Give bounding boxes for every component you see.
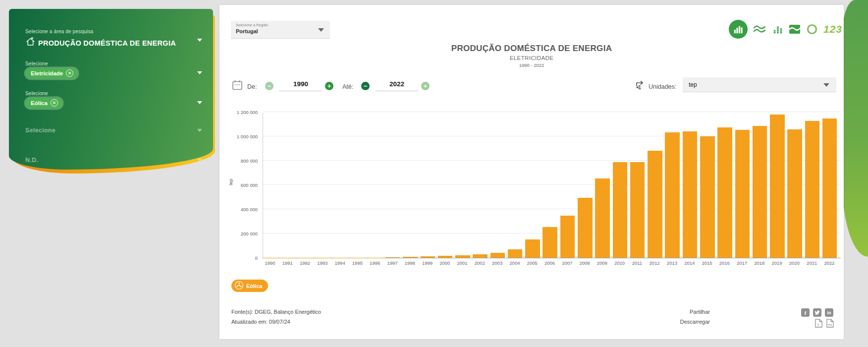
filter2-chip[interactable]: Eólica ✕ bbox=[25, 98, 62, 109]
numeric-table-icon[interactable]: 123 bbox=[823, 23, 842, 35]
bar-2019[interactable] bbox=[770, 115, 785, 258]
x-tick-label: 2002 bbox=[471, 260, 488, 266]
area-chart-icon[interactable] bbox=[789, 24, 801, 35]
excel-file-icon[interactable]: x bbox=[815, 319, 822, 330]
decrement-from-year-button[interactable]: − bbox=[265, 82, 273, 90]
bar-2008[interactable] bbox=[578, 198, 593, 258]
unit-conversion-icon: 1 bbox=[635, 79, 646, 93]
x-tick-label: 2020 bbox=[785, 260, 803, 266]
bar-2000[interactable] bbox=[438, 256, 453, 258]
bar-2007[interactable] bbox=[560, 216, 575, 258]
x-tick-label: 2000 bbox=[436, 260, 454, 266]
area-select-value: PRODUÇÃO DOMÉSTICA DE ENERGIA bbox=[38, 39, 176, 47]
from-year-input[interactable] bbox=[279, 77, 323, 91]
filter4-label: N.D. bbox=[25, 157, 38, 164]
remove-filter-icon[interactable]: ✕ bbox=[51, 99, 58, 107]
x-tick-label: 1994 bbox=[331, 260, 349, 266]
period-range: 1990 - 2022 bbox=[219, 62, 844, 68]
date-to-label: Até: bbox=[342, 83, 353, 90]
line-chart-icon[interactable] bbox=[753, 23, 767, 35]
x-tick-label: 2016 bbox=[715, 260, 733, 266]
twitter-icon[interactable] bbox=[813, 308, 821, 317]
chevron-down-icon[interactable] bbox=[197, 39, 202, 42]
pdf-file-icon[interactable] bbox=[826, 319, 834, 330]
chevron-down-icon[interactable] bbox=[197, 159, 202, 162]
donut-chart-icon[interactable] bbox=[806, 23, 818, 35]
region-selector[interactable]: Selecione a Região Portugal bbox=[231, 21, 330, 39]
bar-1999[interactable] bbox=[421, 256, 435, 258]
wind-turbine-icon bbox=[234, 281, 244, 291]
x-tick-label: 2005 bbox=[523, 260, 541, 266]
house-icon bbox=[25, 37, 36, 49]
bar-1998[interactable] bbox=[403, 257, 418, 258]
bar-2002[interactable] bbox=[473, 254, 488, 258]
bar-2013[interactable] bbox=[665, 132, 680, 258]
column-chart-icon[interactable] bbox=[772, 24, 783, 35]
area-select-label: Selecione a área de pesquisa bbox=[25, 29, 93, 34]
decrement-to-year-button[interactable]: − bbox=[361, 82, 370, 90]
remove-filter-icon[interactable]: ✕ bbox=[66, 69, 73, 77]
x-tick-label: 2009 bbox=[593, 260, 611, 266]
share-download-labels: Partilhar Descarregar bbox=[641, 309, 710, 329]
main-panel: Selecione a Região Portugal bbox=[219, 5, 844, 339]
chevron-down-icon[interactable] bbox=[197, 129, 202, 132]
bar-1997[interactable] bbox=[385, 257, 400, 258]
bar-2016[interactable] bbox=[717, 127, 732, 258]
facebook-icon[interactable]: f bbox=[801, 308, 810, 317]
units-selector[interactable]: tep bbox=[683, 77, 836, 92]
bar-2015[interactable] bbox=[700, 136, 715, 258]
calendar-icon bbox=[232, 79, 243, 93]
bar-2003[interactable] bbox=[490, 253, 505, 258]
bar-2018[interactable] bbox=[753, 126, 767, 258]
increment-to-year-button[interactable]: + bbox=[421, 82, 430, 90]
increment-from-year-button[interactable]: + bbox=[325, 82, 333, 90]
bar-2022[interactable] bbox=[822, 118, 837, 258]
bar-2011[interactable] bbox=[630, 162, 645, 258]
linkedin-icon[interactable]: in bbox=[825, 308, 833, 317]
download-label[interactable]: Descarregar bbox=[641, 319, 710, 325]
x-tick-label: 2022 bbox=[820, 260, 838, 266]
x-tick-label: 2013 bbox=[663, 260, 681, 266]
bar-chart-icon[interactable] bbox=[729, 20, 748, 39]
bar-2004[interactable] bbox=[508, 249, 523, 258]
x-tick-label: 1993 bbox=[314, 260, 331, 266]
chevron-down-icon[interactable] bbox=[197, 71, 202, 74]
filter1-chip[interactable]: Eletricidade ✕ bbox=[25, 68, 78, 79]
bar-2021[interactable] bbox=[805, 121, 820, 258]
x-tick-label: 2006 bbox=[541, 260, 558, 266]
bar-2014[interactable] bbox=[683, 131, 698, 258]
share-label[interactable]: Partilhar bbox=[641, 309, 710, 315]
x-tick-label: 1996 bbox=[366, 260, 384, 266]
chevron-down-icon[interactable] bbox=[197, 101, 202, 104]
bar-2009[interactable] bbox=[595, 178, 610, 258]
bar-2010[interactable] bbox=[613, 162, 628, 258]
to-year-input[interactable] bbox=[375, 77, 419, 91]
x-tick-label: 1990 bbox=[261, 260, 279, 266]
updated-text: Atualizado em: 09/07/24 bbox=[231, 319, 321, 325]
bar-2006[interactable] bbox=[542, 227, 557, 258]
y-tick-label: 1 200 000 bbox=[237, 110, 258, 115]
x-tick-label: 2003 bbox=[488, 260, 506, 266]
area-select-dropdown[interactable]: PRODUÇÃO DOMÉSTICA DE ENERGIA bbox=[25, 37, 176, 49]
chevron-down-icon bbox=[318, 28, 324, 32]
x-tick-label: 1995 bbox=[348, 260, 366, 266]
bar-2017[interactable] bbox=[735, 130, 750, 258]
x-tick-label: 2008 bbox=[576, 260, 594, 266]
x-tick-label: 2007 bbox=[558, 260, 576, 266]
x-tick-label: 2015 bbox=[698, 260, 716, 266]
bar-2020[interactable] bbox=[787, 129, 802, 258]
x-tick-label: 2004 bbox=[506, 260, 524, 266]
svg-text:1: 1 bbox=[638, 84, 641, 90]
bar-2012[interactable] bbox=[648, 151, 662, 258]
page-title: PRODUÇÃO DOMÉSTICA DE ENERGIA bbox=[219, 44, 844, 54]
x-tick-label: 2021 bbox=[803, 260, 821, 266]
legend-series-eolica[interactable]: Eólica bbox=[231, 280, 268, 292]
filter3-label: Selecione bbox=[25, 127, 55, 134]
bar-2005[interactable] bbox=[525, 239, 540, 258]
y-tick-label: 1 000 000 bbox=[237, 134, 258, 139]
gridline bbox=[263, 112, 841, 112]
bar-2001[interactable] bbox=[455, 255, 470, 258]
x-tick-label: 1998 bbox=[401, 260, 419, 266]
x-tick-label: 2014 bbox=[681, 260, 699, 266]
x-tick-label: 2001 bbox=[453, 260, 471, 266]
